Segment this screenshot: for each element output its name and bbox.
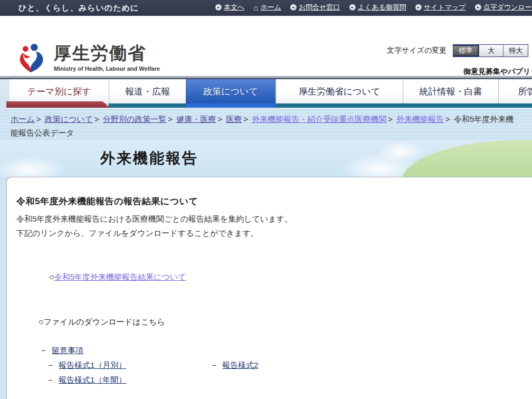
breadcrumb-policies[interactable]: 政策について bbox=[45, 115, 93, 124]
link-contact[interactable]: ▸ お問合せ窓口 bbox=[290, 3, 340, 12]
paragraph: 下記のリンクから、ファイルをダウンロードすることができます。 bbox=[16, 226, 532, 240]
arrow-circle-icon: ▸ bbox=[415, 4, 422, 11]
ministry-name-english: Ministry of Health, Labour and Welfare bbox=[54, 65, 160, 72]
link-sitemap[interactable]: ▸ サイトマップ bbox=[415, 3, 466, 12]
dash-bullet: － bbox=[46, 375, 54, 384]
paragraph: 令和5年度外来機能報告における医療機関ごとの報告結果を集約しています。 bbox=[16, 212, 532, 226]
list-item: －報告様式1（年間） bbox=[16, 375, 532, 385]
nav-tab-policies-active[interactable]: 政策について bbox=[186, 79, 276, 103]
utility-link-label: 点字ダウンロード bbox=[483, 3, 532, 12]
utility-link-label: サイトマップ bbox=[424, 3, 466, 12]
list-item-column2: －報告様式2 bbox=[210, 360, 258, 370]
logo-text: 厚生労働省 Ministry of Health, Labour and Wel… bbox=[54, 42, 160, 72]
dash-bullet: － bbox=[46, 360, 54, 369]
tab-strip bbox=[498, 103, 532, 108]
breadcrumb-separator: > bbox=[217, 115, 222, 124]
font-size-large-button[interactable]: 大 bbox=[479, 45, 503, 56]
breadcrumb: ホーム> 政策について> 分野別の政策一覧> 健康・医療> 医療> 外来機能報告… bbox=[0, 108, 532, 140]
breadcrumb-separator: > bbox=[445, 115, 450, 124]
content-area: 令和5年度外来機能報告の報告結果について 令和5年度外来機能報告における医療機関… bbox=[0, 177, 532, 399]
utility-link-label: お問合せ窓口 bbox=[299, 3, 340, 12]
download-heading: ファイルのダウンロードはこちら bbox=[44, 317, 165, 326]
dash-bullet: － bbox=[40, 346, 48, 355]
font-size-buttons: 標準 大 特大 bbox=[453, 44, 528, 57]
theme-tab-red-strip: ↓ bbox=[6, 101, 111, 108]
nav-tab-press[interactable]: 報道・広報 bbox=[109, 79, 186, 103]
public-comment-link[interactable]: 御意見募集やパブリックコメント bbox=[463, 67, 532, 77]
mhlw-logo[interactable]: 厚生労働省 Ministry of Health, Labour and Wel… bbox=[15, 42, 160, 77]
file-download-list: －留意事項 －報告様式1（月別） －報告様式2 －報告様式1（年間） bbox=[16, 346, 532, 385]
mhlw-logo-icon bbox=[15, 42, 48, 77]
browser-viewport: ひと、くらし、みらいのために ▸ 本文へ ⌂ ホーム ▸ お問合せ窓口 ▸ よく… bbox=[0, 0, 532, 399]
site-slogan: ひと、くらし、みらいのために bbox=[18, 3, 139, 13]
file-link-notes[interactable]: 留意事項 bbox=[52, 346, 83, 355]
utility-link-label: 本文へ bbox=[224, 3, 244, 12]
link-home[interactable]: ⌂ ホーム bbox=[253, 3, 281, 12]
link-braille-download[interactable]: ▸ 点字ダウンロード bbox=[475, 3, 532, 12]
font-size-changer: 文字サイズの変更 標準 大 特大 bbox=[387, 44, 528, 57]
breadcrumb-separator: > bbox=[36, 115, 41, 124]
tab-strip bbox=[403, 103, 498, 108]
page-title-banner: 外来機能報告 bbox=[0, 140, 532, 177]
cloud-decoration bbox=[0, 151, 79, 177]
list-item: －報告様式1（月別） －報告様式2 bbox=[16, 360, 532, 370]
file-link-form2[interactable]: 報告様式2 bbox=[222, 360, 258, 369]
breadcrumb-outpatient-report-institutions[interactable]: 外来機能報告・紹介受診重点医療機関 bbox=[252, 115, 386, 124]
page-title: 外来機能報告 bbox=[100, 148, 198, 168]
font-size-label: 文字サイズの変更 bbox=[387, 46, 446, 55]
arrow-circle-icon: ▸ bbox=[349, 4, 356, 11]
breadcrumb-current-line2: 能報告公表データ bbox=[11, 126, 532, 140]
breadcrumb-current-line1: 令和5年度外来機 bbox=[454, 115, 514, 124]
nav-tab-about-mhlw[interactable]: 厚生労働省について bbox=[276, 79, 403, 103]
utility-bar: ひと、くらし、みらいのために ▸ 本文へ ⌂ ホーム ▸ お問合せ窓口 ▸ よく… bbox=[0, 0, 532, 16]
breadcrumb-separator: > bbox=[388, 115, 393, 124]
font-size-extra-large-button[interactable]: 特大 bbox=[503, 45, 528, 56]
utility-links: ▸ 本文へ ⌂ ホーム ▸ お問合せ窓口 ▸ よくある御質問 ▸ サイトマップ … bbox=[215, 3, 532, 12]
arrow-circle-icon: ▸ bbox=[475, 4, 481, 11]
global-nav: テーマ別に探す 報道・広報 政策について 厚生労働省について 統計情報・白書 所… bbox=[0, 79, 532, 108]
content-box: 令和5年度外来機能報告の報告結果について 令和5年度外来機能報告における医療機関… bbox=[6, 177, 532, 399]
file-link-form1-annual[interactable]: 報告様式1（年間） bbox=[59, 375, 126, 384]
home-icon: ⌂ bbox=[253, 4, 258, 12]
breadcrumb-separator: > bbox=[168, 115, 173, 124]
download-heading-row: ○ファイルのダウンロードはこちら bbox=[16, 317, 532, 327]
report-result-row: ○令和5年度外来機能報告結果について bbox=[16, 272, 532, 282]
breadcrumb-health-medical[interactable]: 健康・医療 bbox=[176, 115, 216, 124]
ministry-name: 厚生労働省 bbox=[54, 42, 160, 65]
link-faq[interactable]: ▸ よくある御質問 bbox=[349, 3, 406, 12]
breadcrumb-outpatient-report[interactable]: 外来機能報告 bbox=[396, 115, 444, 124]
nav-tab-laws[interactable]: 所管の法令等 bbox=[498, 79, 532, 103]
tab-strip bbox=[109, 103, 186, 108]
font-size-standard-button[interactable]: 標準 bbox=[453, 45, 479, 56]
dash-bullet: － bbox=[210, 360, 218, 369]
arrow-circle-icon: ▸ bbox=[290, 4, 297, 11]
circle-bullet: ○ bbox=[39, 317, 44, 326]
breadcrumb-separator: > bbox=[94, 115, 99, 124]
page: ひと、くらし、みらいのために ▸ 本文へ ⌂ ホーム ▸ お問合せ窓口 ▸ よく… bbox=[0, 0, 532, 399]
section-heading: 令和5年度外来機能報告の報告結果について bbox=[16, 195, 532, 207]
link-to-main-content[interactable]: ▸ 本文へ bbox=[215, 3, 244, 12]
breadcrumb-policy-list[interactable]: 分野別の政策一覧 bbox=[103, 115, 166, 124]
site-header: 厚生労働省 Ministry of Health, Labour and Wel… bbox=[0, 16, 532, 76]
utility-link-label: よくある御質問 bbox=[358, 3, 406, 12]
list-item: －留意事項 bbox=[16, 346, 532, 355]
breadcrumb-separator: > bbox=[243, 115, 248, 124]
breadcrumb-medical[interactable]: 医療 bbox=[226, 115, 242, 124]
breadcrumb-home[interactable]: ホーム bbox=[11, 115, 35, 124]
tab-strip bbox=[276, 103, 403, 108]
file-link-form1-monthly[interactable]: 報告様式1（月別） bbox=[59, 360, 126, 369]
report-result-link[interactable]: 令和5年度外来機能報告結果について bbox=[54, 272, 186, 281]
nav-tab-statistics[interactable]: 統計情報・白書 bbox=[403, 79, 498, 103]
active-tab-strip bbox=[186, 103, 276, 108]
utility-link-label: ホーム bbox=[260, 3, 281, 12]
circle-bullet: ○ bbox=[49, 272, 54, 281]
arrow-circle-icon: ▸ bbox=[215, 4, 222, 11]
nav-tab-theme-search[interactable]: テーマ別に探す bbox=[10, 79, 109, 103]
